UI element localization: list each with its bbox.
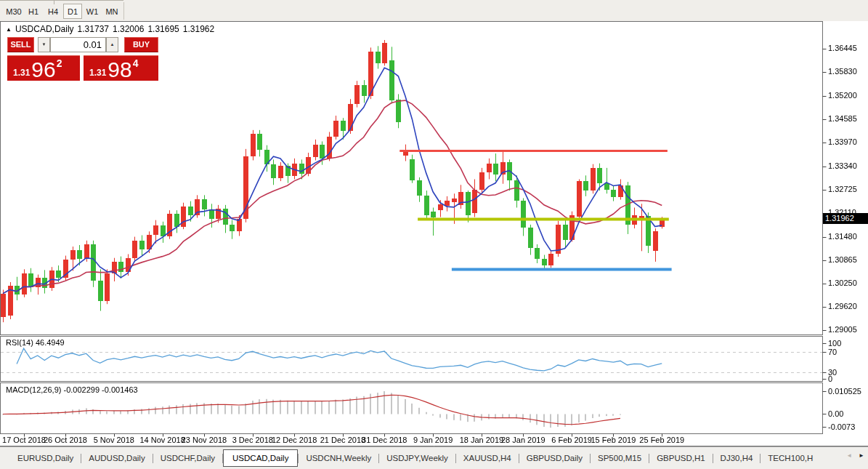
macd-axis-label: 0.010525 [828, 387, 861, 396]
tab-scroll-right-icon[interactable]: ► [859, 452, 864, 459]
volume-increase-button[interactable]: ▲ [106, 37, 118, 52]
timeframe-button-h4[interactable]: H4 [44, 4, 62, 19]
bid-price-prefix: 1.31 [13, 68, 30, 78]
timeframe-toolbar: M30H1H4D1W1MN [0, 0, 868, 21]
timeframe-button-mn[interactable]: MN [102, 4, 121, 19]
timeframe-button-m30[interactable]: M30 [4, 4, 23, 19]
bottom-tab-sp500-m15[interactable]: SP500,M15 [591, 449, 649, 468]
bottom-tab-usdcad-daily[interactable]: USDCAD,Daily [223, 449, 298, 467]
time-axis-label: 21 Dec 2018 [320, 436, 365, 444]
tab-scroll-left-icon[interactable]: ◄ [846, 452, 852, 459]
mt4-chart-window: M30H1H4D1W1MN ▲ USDCAD,Daily 1.31737 1.3… [0, 0, 868, 469]
ask-price-pip-digit: 4 [133, 57, 139, 69]
timeframe-button-w1[interactable]: W1 [83, 4, 102, 19]
bottom-tab-xauusd-h4[interactable]: XAUUSD,H4 [456, 449, 519, 468]
time-axis-label: 26 Oct 2018 [44, 436, 87, 444]
subwindow-collapse-icon[interactable]: ▲ [6, 26, 12, 33]
time-axis-label: 15 Feb 2019 [591, 436, 636, 444]
time-axis-label: 3 Dec 2018 [232, 436, 273, 444]
time-axis-label: 23 Nov 2018 [182, 436, 227, 444]
bottom-tab-gbpusd-h1[interactable]: GBPUSD,H1 [649, 449, 712, 468]
toolbar-hairline [0, 0, 123, 1]
price-axis-label: 1.35200 [828, 91, 857, 100]
bottom-tab-gbpusd-daily[interactable]: GBPUSD,Daily [519, 449, 590, 468]
bottom-tab-usdcnh-weekly[interactable]: USDCNH,Weekly [299, 449, 378, 468]
price-axis-label: 1.33340 [828, 161, 857, 170]
ask-price-button[interactable]: 1.31 98 4 [84, 55, 158, 81]
chart-title: ▲ USDCAD,Daily 1.31737 1.32006 1.31695 1… [6, 24, 214, 34]
bottom-tab-tech100-h[interactable]: TECH100,H [760, 449, 820, 468]
macd-indicator-label: MACD(12,26,9) -0.002299 -0.001463 [6, 385, 138, 394]
symbol-tab-bar: EURUSD,DailyAUDUSD,DailyUSDCHF,DailyUSDC… [0, 446, 868, 469]
bid-price-pip-digit: 2 [57, 57, 62, 69]
time-axis-label: 5 Nov 2018 [94, 436, 134, 444]
macd-axis-label: 0.00 [828, 409, 843, 418]
bottom-tab-dj30-h4[interactable]: DJ30,H4 [713, 449, 760, 468]
ohlc-high: 1.32006 [113, 24, 144, 34]
price-axis-label: 1.29620 [828, 302, 857, 310]
bottom-tab-usdchf-daily[interactable]: USDCHF,Daily [153, 449, 222, 468]
price-axis-label: 1.35830 [828, 67, 857, 76]
timeframe-button-d1[interactable]: D1 [63, 4, 82, 19]
price-axis-label: 1.30250 [828, 278, 857, 287]
bottom-tab-eurusd-daily[interactable]: EURUSD,Daily [10, 449, 81, 468]
bid-price-big-digits: 96 [31, 59, 55, 81]
price-axis-label: 1.33970 [828, 137, 857, 146]
macd-axis-label: -0.0073 [828, 422, 855, 431]
bottom-tab-audusd-daily[interactable]: AUDUSD,Daily [81, 449, 152, 468]
price-axis-label: 1.29005 [828, 325, 857, 334]
ohlc-close: 1.31962 [183, 24, 214, 34]
time-axis-label: 6 Feb 2019 [551, 436, 592, 444]
bottom-tab-usdjpy-weekly[interactable]: USDJPY,Weekly [379, 449, 455, 468]
time-axis-label: 12 Dec 2018 [272, 436, 317, 444]
toolbar-separator [123, 2, 124, 20]
bid-price-button[interactable]: 1.31 96 2 [7, 55, 80, 81]
sell-button[interactable]: SELL [7, 37, 34, 52]
price-axis-label: 1.32725 [828, 185, 857, 193]
time-axis-label: 9 Jan 2019 [413, 436, 453, 444]
volume-input[interactable] [50, 37, 106, 52]
time-axis-label: 18 Jan 2019 [460, 436, 504, 444]
symbol-period-label: USDCAD,Daily [15, 24, 74, 34]
price-axis-label: 1.36445 [828, 44, 857, 52]
volume-decrease-button[interactable]: ▼ [38, 37, 50, 52]
price-axis-label: 1.32110 [828, 208, 856, 217]
price-axis-label: 1.34585 [828, 114, 857, 123]
time-axis-label: 31 Dec 2018 [362, 436, 407, 444]
rsi-axis-label: 100 [828, 339, 841, 348]
rsi-axis-label: 70 [828, 348, 837, 356]
rsi-indicator-label: RSI(14) 46.4949 [6, 338, 65, 347]
time-axis-label: 28 Jan 2019 [501, 436, 545, 444]
price-axis-label: 1.30865 [828, 255, 857, 264]
price-axis-label: 1.31480 [828, 232, 857, 241]
buy-button[interactable]: BUY [124, 37, 158, 52]
ask-price-prefix: 1.31 [89, 68, 106, 78]
ohlc-low: 1.31695 [147, 24, 179, 34]
rsi-axis-label: 0 [828, 374, 832, 383]
time-axis-label: 14 Nov 2018 [139, 436, 184, 444]
one-click-trade-panel: SELL ▼ ▲ BUY 1.31 96 2 1.31 98 4 [7, 37, 160, 82]
timeframe-button-h1[interactable]: H1 [24, 4, 43, 19]
time-axis-label: 25 Feb 2019 [639, 436, 684, 444]
tab-scroll-arrows: ◄ ► [846, 452, 864, 459]
time-axis-label: 17 Oct 2018 [2, 436, 46, 444]
ask-price-big-digits: 98 [108, 59, 131, 81]
ohlc-open: 1.31737 [78, 24, 109, 34]
